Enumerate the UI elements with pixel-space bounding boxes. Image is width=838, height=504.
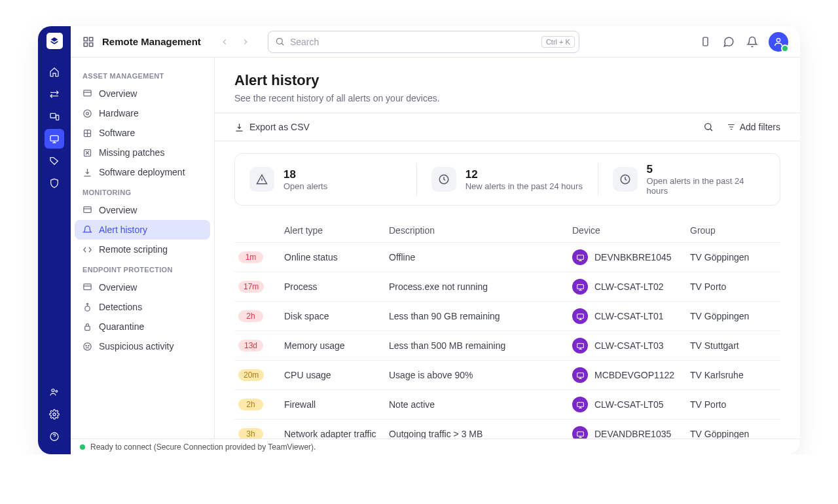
stat-open-24h: 5Open alerts in the past 24 hours [598,163,780,196]
cell-description: Outgoing traffic > 3 MB [389,429,572,439]
cell-alert-type: CPU usage [284,370,389,380]
cell-device: DEVNBKBRE1045 [572,249,690,265]
section-asset-management: ASSET MANAGEMENT [75,65,210,84]
nav-forward[interactable] [236,33,255,51]
svg-rect-29 [577,255,583,259]
rail-swap[interactable] [45,84,64,104]
svg-rect-8 [90,37,93,41]
rail-settings[interactable] [45,405,64,424]
sidebar-item-label: Overview [99,282,137,293]
cell-alert-type: Network adapter traffic [284,429,389,439]
device-icon [572,367,588,383]
rail-users[interactable] [45,382,64,402]
svg-rect-2 [50,135,58,141]
sidebar-item-label: Software deployment [99,167,185,177]
chat-icon[interactable] [721,35,736,49]
avatar[interactable] [769,32,788,52]
sidebar-item-quarantine[interactable]: Quarantine [75,317,210,336]
status-text: Ready to connect (Secure Connection prov… [90,442,316,452]
svg-point-26 [704,124,710,130]
svg-rect-33 [577,372,583,377]
svg-point-24 [86,345,86,346]
cell-alert-type: Process [284,281,389,292]
cell-group: TV Göppingen [690,429,775,439]
sidebar-item-label: Detections [99,302,142,312]
cell-group: TV Porto [690,281,775,292]
add-filters-button[interactable]: Add filters [727,122,780,132]
table-header: Alert type Description Device Group [234,219,780,242]
rail-devices[interactable] [45,107,64,126]
cell-description: Note active [389,399,572,410]
sidebar-item-label: Overview [99,205,137,215]
table-row[interactable]: 2hDisk spaceLess than 90 GB remainingCLW… [234,301,780,331]
cell-alert-type: Firewall [284,399,389,410]
svg-point-15 [86,112,89,115]
col-alert-type[interactable]: Alert type [284,225,389,236]
svg-rect-0 [50,113,56,118]
table-row[interactable]: 20mCPU usageUsage is above 90%MCBDEVGOP1… [234,360,780,389]
export-label: Export as CSV [249,122,310,132]
search-input[interactable] [290,37,536,47]
device-icon [572,279,588,295]
filter-icon [727,122,736,132]
sidebar-item-ep-overview[interactable]: Overview [75,278,210,297]
sidebar-item-software-deployment[interactable]: Software deployment [75,162,210,182]
export-csv-button[interactable]: Export as CSV [234,122,310,132]
table-row[interactable]: 17mProcessProcess.exe not runningCLW-CSA… [234,272,780,301]
cell-alert-type: Online status [284,252,389,262]
col-group[interactable]: Group [690,225,775,236]
page-title: Alert history [234,72,780,89]
device-icon[interactable] [698,35,712,49]
rail-help[interactable] [45,427,64,446]
table-row[interactable]: 13dMemory usageLess than 500 MB remainin… [234,331,780,360]
sidebar-item-software[interactable]: Software [75,123,210,143]
svg-point-3 [52,389,54,391]
age-pill: 17m [238,281,264,293]
rail-remote-management[interactable] [45,129,64,149]
col-device[interactable]: Device [572,225,690,236]
sidebar-item-missing-patches[interactable]: Missing patches [75,143,210,162]
cell-description: Less than 500 MB remaining [389,340,572,351]
table-row[interactable]: 2hFirewallNote activeCLW-CSAT-LT05TV Por… [234,389,780,419]
sidebar-item-suspicious-activity[interactable]: Suspicious activity [75,336,210,356]
svg-point-13 [776,38,780,41]
sidebar-item-monitoring-overview[interactable]: Overview [75,200,210,220]
nav-back[interactable] [215,33,234,51]
sidebar-item-remote-scripting[interactable]: Remote scripting [75,240,210,259]
nav-rail [38,26,71,454]
sidebar-item-overview[interactable]: Overview [75,84,210,103]
section-monitoring: MONITORING [75,182,210,200]
col-description[interactable]: Description [389,225,572,236]
age-pill: 20m [238,369,264,381]
cell-device: CLW-CSAT-LT01 [572,308,690,324]
rail-shield[interactable] [45,173,64,193]
table-row[interactable]: 1mOnline statusOfflineDEVNBKBRE1045TV Gö… [234,242,780,272]
svg-point-23 [84,342,91,350]
age-pill: 1m [238,251,263,263]
age-pill: 13d [238,340,263,351]
notifications-icon[interactable] [745,35,759,49]
rail-tag[interactable] [45,151,64,171]
stat-open-alerts: 18Open alerts [235,163,416,196]
svg-rect-19 [84,206,91,212]
device-icon [572,249,588,265]
sidebar-item-hardware[interactable]: Hardware [75,103,210,123]
sidebar: ASSET MANAGEMENT Overview Hardware Softw… [71,58,215,454]
svg-point-21 [85,306,90,311]
sidebar-item-alert-history[interactable]: Alert history [75,220,210,240]
svg-rect-34 [577,402,583,406]
stats-cards: 18Open alerts 12New alerts in the past 2… [234,153,780,206]
sidebar-item-label: Missing patches [99,147,164,158]
svg-rect-32 [577,343,583,348]
svg-rect-14 [84,90,91,96]
search-field[interactable]: Ctrl + K [268,31,579,53]
app-menu-icon[interactable] [82,36,94,48]
sidebar-item-detections[interactable]: Detections [75,297,210,317]
cell-group: TV Karlsruhe [690,370,775,380]
clock-icon [613,167,637,192]
toolbar-search-button[interactable] [703,122,714,132]
stat-label: New alerts in the past 24 hours [465,181,583,191]
cell-group: TV Stuttgart [690,340,775,351]
rail-home[interactable] [45,62,64,82]
stat-value: 18 [283,168,327,181]
